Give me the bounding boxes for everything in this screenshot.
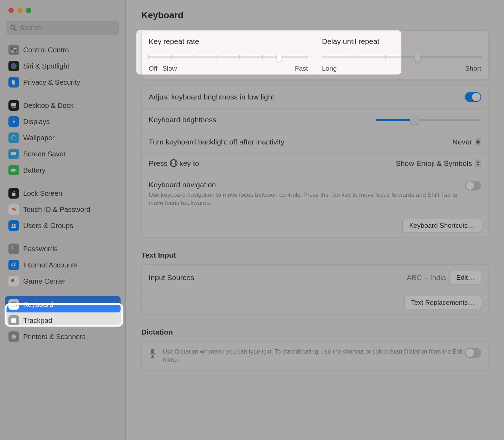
backlight-off-dropdown[interactable]: Never — [452, 138, 481, 146]
keyboard-navigation-toggle[interactable] — [465, 181, 481, 190]
input-sources-value: ABC – India — [407, 273, 446, 282]
svg-line-1 — [14, 29, 16, 31]
sidebar-item-label: Lock Screen — [23, 189, 62, 198]
wallpaper-icon — [8, 132, 19, 143]
main-content[interactable]: Keyboard Key repeat rate Off Slow Fast D… — [126, 0, 504, 440]
chevron-updown-icon — [475, 160, 481, 167]
globe-key-value: Show Emoji & Symbols — [396, 159, 472, 168]
minimize-window-button[interactable] — [17, 8, 22, 13]
slider-knob[interactable] — [415, 52, 420, 62]
text-replacements-button[interactable]: Text Replacements… — [404, 296, 481, 309]
svg-rect-24 — [11, 152, 16, 155]
sidebar-item-users-groups[interactable]: Users & Groups — [5, 218, 121, 234]
key-repeat-rate-slider[interactable] — [149, 55, 308, 59]
sidebar-item-internet-accounts[interactable]: @Internet Accounts — [5, 257, 121, 273]
sidebar-item-label: Trackpad — [23, 317, 52, 325]
svg-rect-28 — [12, 193, 15, 196]
sidebar-item-label: Wallpaper — [23, 134, 54, 142]
globe-key-dropdown[interactable]: Show Emoji & Symbols — [396, 159, 481, 168]
input-sources-row: Input Sources ABC – India Edit… — [142, 265, 488, 291]
trackpad-icon — [8, 315, 19, 326]
keyboard-navigation-row: Keyboard navigation Use keyboard navigat… — [142, 174, 488, 214]
displays-icon — [8, 116, 19, 127]
sidebar-item-label: Game Center — [23, 277, 65, 285]
delay-until-repeat-slider[interactable] — [322, 55, 481, 59]
sidebar-item-siri-spotlight[interactable]: Siri & Spotlight — [5, 58, 121, 74]
brightness-slider[interactable] — [376, 115, 481, 125]
control-centre-icon — [8, 45, 19, 55]
search-input[interactable] — [20, 24, 116, 32]
sidebar-nav[interactable]: Control CentreSiri & SpotlightPrivacy & … — [0, 38, 125, 440]
dictation-toggle[interactable] — [465, 348, 481, 358]
slider-label-off: Off — [149, 65, 157, 72]
keyboard-icon — [8, 299, 19, 310]
backlight-off-value: Never — [452, 138, 472, 146]
sidebar-item-touch-id-password[interactable]: Touch ID & Password — [5, 201, 121, 218]
backlight-off-label: Turn keyboard backlight off after inacti… — [149, 138, 284, 146]
keyboard-settings-panel: Adjust keyboard brightness in low light … — [141, 85, 489, 238]
sidebar-item-lock-screen[interactable]: Lock Screen — [5, 185, 121, 201]
sidebar-item-displays[interactable]: Displays — [5, 114, 121, 130]
window-controls — [0, 0, 125, 13]
sidebar-item-privacy-security[interactable]: Privacy & Security — [5, 74, 121, 90]
globe-icon — [170, 159, 177, 167]
sidebar-item-wallpaper[interactable]: Wallpaper — [5, 130, 121, 146]
slider-label-long: Long — [322, 65, 337, 72]
search-icon — [10, 24, 17, 31]
hand-icon — [8, 77, 19, 88]
sidebar-item-passwords[interactable]: Passwords — [5, 241, 121, 257]
sidebar-item-label: Privacy & Security — [23, 78, 80, 86]
slider-label-fast: Fast — [295, 65, 308, 72]
close-window-button[interactable] — [8, 8, 14, 13]
slider-label-slow: Slow — [162, 65, 177, 72]
backlight-off-row: Turn keyboard backlight off after inacti… — [142, 131, 488, 153]
key-icon — [8, 244, 19, 254]
fullscreen-window-button[interactable] — [26, 8, 31, 13]
chevron-updown-icon — [475, 138, 481, 146]
sidebar-item-desktop-dock[interactable]: Desktop & Dock — [5, 97, 121, 114]
sidebar-item-battery[interactable]: Battery — [5, 162, 121, 178]
slider-label-short: Short — [465, 65, 481, 72]
slider-knob[interactable] — [410, 115, 420, 125]
at-icon: @ — [8, 260, 19, 270]
svg-point-9 — [13, 121, 15, 123]
svg-point-6 — [11, 63, 17, 69]
sidebar-item-printers-scanners[interactable]: Printers & Scanners — [5, 329, 121, 345]
sidebar-item-label: Displays — [23, 118, 50, 126]
svg-rect-8 — [12, 107, 16, 108]
svg-point-5 — [14, 50, 16, 52]
users-icon — [8, 220, 19, 231]
sidebar-item-label: Internet Accounts — [23, 261, 78, 269]
search-field[interactable] — [6, 21, 119, 35]
page-title: Keyboard — [141, 10, 489, 21]
keyboard-shortcuts-button[interactable]: Keyboard Shortcuts… — [402, 219, 481, 232]
screensaver-icon — [8, 149, 19, 159]
sidebar-item-label: Printers & Scanners — [23, 333, 86, 341]
svg-rect-48 — [151, 349, 154, 354]
input-sources-edit-button[interactable]: Edit… — [450, 271, 481, 284]
svg-rect-25 — [13, 156, 14, 156]
svg-point-34 — [11, 279, 14, 282]
svg-rect-44 — [11, 318, 16, 323]
sidebar-item-keyboard[interactable]: Keyboard — [5, 296, 121, 312]
svg-rect-7 — [11, 103, 16, 106]
sidebar-item-label: Control Centre — [23, 46, 69, 54]
svg-point-3 — [11, 47, 13, 50]
dictation-description: Use Dictation wherever you can type text… — [163, 348, 465, 364]
brightness-label: Keyboard brightness — [149, 116, 217, 124]
slider-knob[interactable] — [277, 52, 282, 62]
sidebar-item-control-centre[interactable]: Control Centre — [5, 42, 121, 58]
auto-brightness-label: Adjust keyboard brightness in low light — [149, 93, 274, 101]
lock-icon — [8, 188, 19, 199]
delay-until-repeat-block: Delay until repeat Long Short — [322, 37, 481, 72]
sidebar-item-label: Passwords — [23, 245, 58, 253]
sidebar-item-trackpad[interactable]: Trackpad — [5, 312, 121, 329]
key-repeat-rate-label: Key repeat rate — [149, 37, 308, 46]
svg-rect-27 — [16, 169, 17, 171]
svg-rect-37 — [11, 303, 17, 306]
sidebar-item-game-center[interactable]: Game Center — [5, 273, 121, 289]
svg-rect-47 — [12, 337, 15, 339]
auto-brightness-toggle[interactable] — [465, 92, 481, 102]
sidebar-item-screen-saver[interactable]: Screen Saver — [5, 146, 121, 162]
sidebar-item-label: Siri & Spotlight — [23, 62, 69, 70]
